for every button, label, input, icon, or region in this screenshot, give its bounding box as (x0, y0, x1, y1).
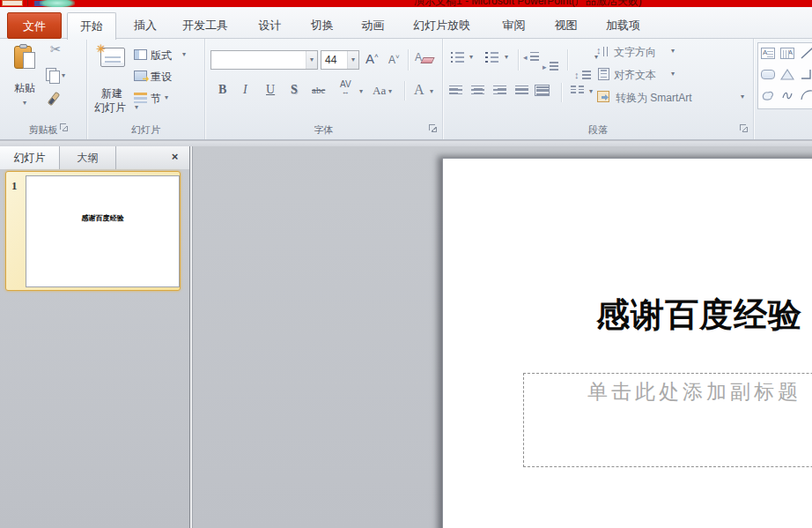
font-name-combobox[interactable]: ▾ (210, 50, 318, 70)
tab-slideshow[interactable]: 幻灯片放映 (401, 13, 483, 38)
tab-design[interactable]: 设计 (246, 13, 294, 38)
character-spacing-dropdown-arrow[interactable]: ▾ (359, 87, 363, 95)
tab-insert[interactable]: 插入 (122, 13, 168, 38)
font-dialog-launcher[interactable] (429, 124, 438, 133)
slide-number: 1 (11, 179, 18, 193)
paragraph-dialog-launcher[interactable] (740, 124, 749, 133)
slide-canvas[interactable]: 感谢百度经验 单击此处添加副标题 (442, 158, 812, 528)
numbering-dropdown-arrow[interactable]: ▾ (505, 53, 508, 61)
italic-button[interactable]: I (243, 83, 247, 97)
font-color-button[interactable]: A (414, 82, 424, 98)
tab-transitions[interactable]: 切换 (299, 13, 345, 38)
textbox-horizontal-icon[interactable] (760, 45, 776, 61)
align-right-icon[interactable] (493, 86, 506, 95)
copy-icon (46, 68, 59, 82)
grow-font-button[interactable]: A˄ (365, 51, 379, 66)
layout-dropdown-arrow: ▾ (182, 50, 186, 58)
text-direction-label: 文字方向 (614, 45, 656, 60)
tab-file[interactable]: 文件 (7, 12, 62, 39)
freeform-shape-icon[interactable] (760, 87, 776, 103)
qat-separator (27, 0, 28, 6)
text-shadow-button[interactable]: S (291, 83, 298, 97)
tab-view[interactable]: 视图 (543, 13, 589, 38)
clear-formatting-button[interactable]: A (415, 51, 432, 65)
underline-button[interactable]: U (266, 83, 275, 97)
font-size-combobox[interactable]: 44 ▾ (321, 50, 359, 70)
window-title: 演示文稿1 - Microsoft PowerPoint(产品激活失败) (414, 0, 812, 7)
elbow-connector-icon[interactable] (799, 66, 812, 82)
triangle-icon[interactable] (779, 66, 795, 82)
new-slide-button[interactable]: ✳ 新建 幻灯片 ▾ (89, 42, 135, 113)
font-size-dropdown-arrow[interactable]: ▾ (347, 51, 358, 69)
tab-addins[interactable]: 加载项 (594, 13, 653, 38)
new-slide-label-2: 幻灯片 (87, 100, 133, 115)
align-center-icon[interactable] (471, 86, 484, 95)
group-drawing (754, 39, 812, 139)
copy-button[interactable] (46, 68, 59, 82)
layout-icon (134, 49, 147, 60)
justify-icon[interactable] (515, 86, 528, 95)
change-case-dropdown-arrow[interactable]: ▾ (388, 87, 392, 95)
strikethrough-button[interactable]: abc (312, 85, 325, 95)
tab-animations[interactable]: 动画 (351, 13, 395, 38)
panel-close-button[interactable]: × (167, 150, 182, 165)
font-color-dropdown-arrow[interactable]: ▾ (430, 87, 433, 95)
tab-home[interactable]: 开始 (67, 12, 116, 40)
slides-group-label: 幻灯片 (87, 123, 204, 137)
font-name-dropdown-arrow[interactable]: ▾ (306, 51, 317, 69)
clipboard-dialog-launcher[interactable] (60, 123, 69, 132)
bullets-icon[interactable] (451, 52, 465, 63)
textbox-vertical-icon[interactable] (779, 45, 795, 61)
section-icon (134, 93, 147, 104)
numbering-icon[interactable] (485, 52, 499, 63)
subtitle-placeholder[interactable]: 单击此处添加副标题 (523, 373, 812, 467)
eraser-icon (420, 57, 434, 63)
new-slide-label-1: 新建 (89, 86, 135, 101)
paste-button[interactable]: 粘贴 ▾ (5, 42, 44, 113)
bullets-dropdown-arrow[interactable]: ▾ (469, 53, 473, 61)
align-left-icon[interactable] (449, 86, 462, 95)
paste-dropdown-arrow[interactable]: ▾ (5, 99, 44, 107)
shapes-gallery[interactable] (757, 42, 812, 109)
reset-icon (134, 71, 147, 81)
align-text-icon (598, 68, 609, 80)
columns-dropdown-arrow[interactable]: ▾ (589, 87, 593, 95)
bold-button[interactable]: B (218, 83, 226, 97)
reset-label: 重设 (151, 70, 172, 85)
character-spacing-button[interactable]: AV↔ (340, 81, 351, 95)
format-painter-button[interactable] (51, 92, 56, 106)
section-dropdown-arrow: ▾ (165, 93, 168, 101)
font-group-label: 字体 (205, 123, 442, 137)
tab-review[interactable]: 审阅 (490, 13, 538, 38)
scribble-icon[interactable] (779, 87, 795, 103)
slide-thumbnail-selected[interactable]: 1 感谢百度经验 (5, 171, 181, 291)
arc-shape-icon[interactable] (799, 87, 812, 103)
panel-tab-outline[interactable]: 大纲 (60, 146, 116, 169)
group-paragraph: ▾ ▾ ▾ ▾ 文字方向 ▾ 对齐文本 ▾ 转换为 SmartArt ▾ (443, 39, 754, 139)
panel-tab-slides[interactable]: 幻灯片 (0, 146, 60, 169)
group-font: ▾ 44 ▾ A˄ A˅ A B I U S abc AV↔ ▾ Aa ▾ A … (205, 39, 443, 139)
copy-dropdown-arrow[interactable]: ▾ (62, 71, 65, 79)
rounded-rectangle-icon[interactable] (760, 66, 776, 82)
shrink-font-button[interactable]: A˅ (388, 53, 400, 66)
slide-thumbnail-image[interactable]: 感谢百度经验 (26, 175, 180, 287)
columns-icon[interactable] (571, 86, 584, 95)
layout-label: 版式 (151, 48, 172, 63)
increase-indent-icon[interactable] (543, 62, 558, 71)
change-case-button[interactable]: Aa (373, 84, 386, 98)
qat-highlight-icon (40, 0, 75, 7)
group-clipboard: 粘贴 ▾ ✂ ▾ 剪贴板 (0, 39, 87, 139)
text-direction-dropdown-arrow: ▾ (671, 47, 675, 55)
cut-icon[interactable]: ✂ (50, 41, 62, 57)
section-label: 节 (151, 92, 161, 107)
paste-clipboard-icon (14, 44, 35, 71)
slide-title-text[interactable]: 感谢百度经验 (596, 293, 802, 338)
powerpoint-app-icon[interactable] (2, 0, 23, 6)
align-text-label: 对齐文本 (614, 68, 656, 83)
line-spacing-icon[interactable] (574, 71, 591, 81)
line-shape-icon[interactable] (799, 45, 812, 61)
new-slide-dropdown-arrow[interactable]: ▾ (135, 103, 138, 111)
decrease-indent-icon[interactable] (524, 52, 539, 62)
tab-developer[interactable]: 开发工具 (173, 13, 238, 38)
distribute-text-icon[interactable] (535, 85, 550, 96)
